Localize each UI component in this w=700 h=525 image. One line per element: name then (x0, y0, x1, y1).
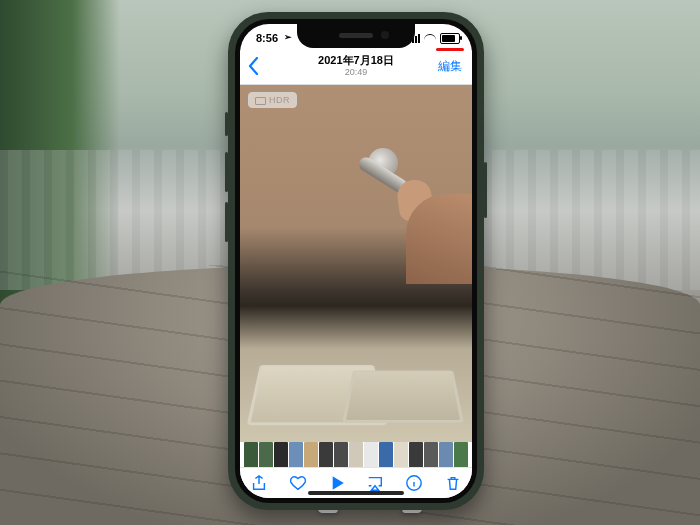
status-time: 8:56 (256, 32, 278, 44)
location-icon: ➢ (284, 32, 292, 42)
favorite-button[interactable] (287, 472, 309, 494)
thumbnail-item[interactable] (439, 442, 453, 468)
thumbnail-item[interactable] (259, 442, 273, 468)
volume-up-button (225, 152, 228, 192)
thumbnail-item[interactable] (289, 442, 303, 468)
thumbnail-item[interactable] (304, 442, 318, 468)
thumbnail-item[interactable] (364, 442, 378, 468)
power-button (484, 162, 487, 218)
thumbnail-item[interactable] (349, 442, 363, 468)
notch (297, 24, 415, 48)
thumbnail-item[interactable] (409, 442, 423, 468)
glass-tray (342, 370, 464, 422)
thumbnail-item[interactable] (424, 442, 438, 468)
mute-switch (225, 112, 228, 136)
volume-down-button (225, 202, 228, 242)
thumbnail-item[interactable] (454, 442, 468, 468)
hdr-badge: HDR (248, 92, 297, 108)
thumbnail-item[interactable] (244, 442, 258, 468)
thumbnail-item[interactable] (319, 442, 333, 468)
iphone-device: 8:56 ➢ 2021年7月18日 20:49 編集 (228, 12, 484, 510)
share-button[interactable] (248, 472, 270, 494)
edit-button[interactable]: 編集 (438, 58, 462, 75)
thumbnail-item[interactable] (274, 442, 288, 468)
nav-bar: 2021年7月18日 20:49 編集 (240, 50, 472, 85)
info-button[interactable] (403, 472, 425, 494)
thumbnail-strip[interactable] (240, 442, 472, 468)
battery-icon (440, 33, 460, 44)
hand (406, 194, 472, 284)
balcony-scene: 8:56 ➢ 2021年7月18日 20:49 編集 (0, 0, 700, 525)
photo-viewer[interactable]: HDR (240, 84, 472, 442)
phone-screen: 8:56 ➢ 2021年7月18日 20:49 編集 (240, 24, 472, 498)
thumbnail-item[interactable] (379, 442, 393, 468)
wifi-icon (424, 34, 436, 43)
delete-button[interactable] (442, 472, 464, 494)
thumbnail-item[interactable] (334, 442, 348, 468)
home-indicator[interactable] (308, 491, 404, 495)
thumbnail-item[interactable] (394, 442, 408, 468)
